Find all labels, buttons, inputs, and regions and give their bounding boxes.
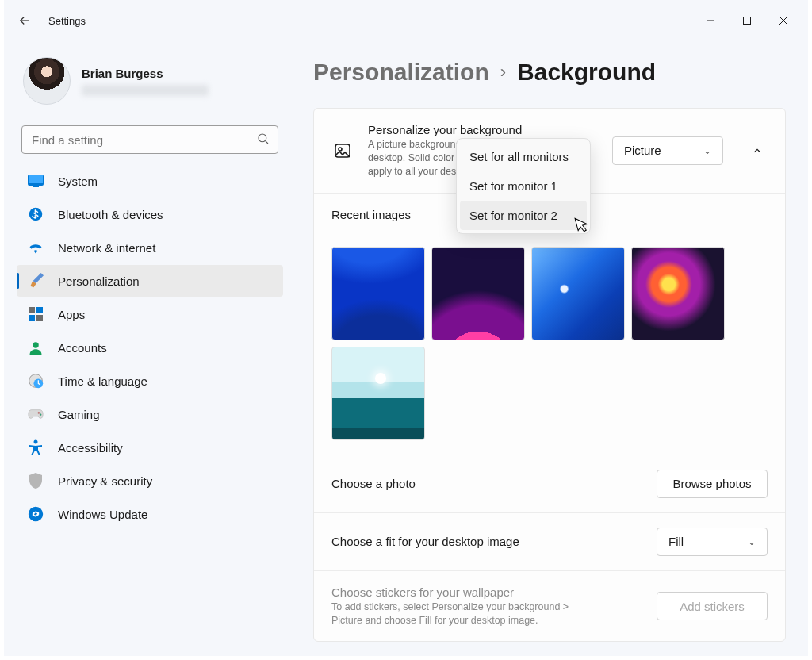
browse-photos-button[interactable]: Browse photos: [657, 470, 768, 498]
recent-image-thumbnail[interactable]: [331, 347, 425, 440]
sidebar-item-label: Windows Update: [58, 508, 147, 521]
display-icon: [28, 173, 44, 189]
chevron-down-icon: ⌄: [703, 145, 711, 156]
back-button[interactable]: [10, 6, 39, 35]
minimize-button[interactable]: [692, 8, 729, 33]
nav-list: System Bluetooth & devices Network & int…: [17, 165, 283, 530]
picture-icon: [331, 140, 354, 162]
maximize-icon: [742, 16, 752, 25]
context-menu-item-all-monitors[interactable]: Set for all monitors: [460, 142, 587, 171]
button-label: Browse photos: [672, 477, 751, 490]
bluetooth-icon: [28, 206, 44, 222]
svg-rect-9: [36, 315, 43, 321]
button-label: Add stickers: [680, 600, 745, 613]
row-stickers: Choose stickers for your wallpaper To ad…: [314, 570, 785, 642]
select-value: Fill: [668, 535, 684, 548]
accessibility-icon: [28, 439, 44, 455]
chevron-down-icon: ⌄: [748, 536, 756, 547]
svg-point-16: [29, 507, 43, 521]
section-title: Recent images: [331, 208, 411, 221]
row-choose-fit: Choose a fit for your desktop image Fill…: [314, 512, 785, 570]
fit-select[interactable]: Fill ⌄: [657, 528, 768, 556]
main-content: Personalization › Background Personalize…: [289, 41, 808, 660]
user-account-row[interactable]: Brian Burgess: [17, 54, 283, 117]
section-title: Choose stickers for your wallpaper: [331, 585, 642, 599]
select-value: Picture: [624, 144, 661, 157]
recent-image-thumbnail[interactable]: [431, 247, 525, 340]
breadcrumb: Personalization › Background: [313, 59, 786, 86]
window-title: Settings: [48, 15, 86, 27]
svg-point-13: [38, 412, 40, 413]
sidebar-item-privacy[interactable]: Privacy & security: [17, 465, 283, 497]
sidebar-item-gaming[interactable]: Gaming: [17, 398, 283, 430]
svg-point-15: [34, 440, 38, 444]
maximize-button[interactable]: [729, 8, 765, 33]
sidebar-item-label: System: [58, 175, 98, 188]
apps-icon: [28, 306, 44, 322]
svg-rect-3: [29, 175, 43, 183]
add-stickers-button: Add stickers: [657, 592, 768, 620]
background-type-select[interactable]: Picture ⌄: [612, 136, 723, 165]
svg-point-10: [33, 342, 39, 348]
collapse-button[interactable]: [747, 140, 768, 161]
minimize-icon: [706, 16, 715, 25]
section-title: Choose a photo: [331, 477, 642, 490]
close-button[interactable]: [765, 8, 802, 33]
context-menu-item-monitor-2[interactable]: Set for monitor 2: [460, 201, 587, 230]
sidebar-item-personalization[interactable]: Personalization: [17, 265, 283, 297]
search-input[interactable]: [21, 125, 278, 154]
sidebar-item-apps[interactable]: Apps: [17, 298, 283, 330]
arrow-left-icon: [17, 13, 32, 28]
sidebar-item-label: Gaming: [58, 408, 100, 421]
svg-rect-0: [744, 17, 751, 25]
title-bar: Settings: [4, 0, 808, 41]
chevron-up-icon: [752, 145, 763, 156]
sidebar-item-label: Bluetooth & devices: [58, 208, 163, 221]
shield-icon: [28, 473, 44, 489]
section-title: Choose a fit for your desktop image: [331, 535, 642, 548]
sidebar-item-accounts[interactable]: Accounts: [17, 332, 283, 363]
sidebar-item-label: Network & internet: [58, 241, 155, 255]
user-name: Brian Burgess: [82, 67, 209, 80]
section-title: Personalize your background: [368, 123, 598, 136]
close-icon: [779, 16, 788, 25]
search-icon: [256, 132, 270, 149]
sidebar-item-label: Accounts: [58, 341, 107, 355]
svg-rect-6: [29, 307, 35, 313]
avatar: [23, 57, 71, 105]
recent-image-thumbnail[interactable]: [531, 247, 625, 340]
sidebar-item-bluetooth[interactable]: Bluetooth & devices: [17, 198, 283, 230]
svg-point-1: [259, 134, 266, 142]
sidebar-item-accessibility[interactable]: Accessibility: [17, 432, 283, 463]
recent-images-grid: [331, 247, 768, 440]
sidebar-item-time[interactable]: Time & language: [17, 365, 283, 397]
clock-globe-icon: [28, 373, 44, 389]
wifi-icon: [28, 240, 44, 255]
gamepad-icon: [28, 406, 44, 422]
svg-rect-4: [33, 186, 39, 187]
sidebar-item-label: Privacy & security: [58, 474, 152, 488]
context-menu-item-monitor-1[interactable]: Set for monitor 1: [460, 171, 587, 201]
section-desc: To add stickers, select Personalize your…: [331, 601, 593, 627]
chevron-right-icon: ›: [500, 62, 506, 82]
sidebar-item-label: Time & language: [58, 374, 147, 388]
svg-rect-7: [36, 307, 43, 313]
svg-rect-8: [29, 315, 35, 321]
sidebar: Brian Burgess System Bluetooth & devices: [4, 41, 289, 660]
sidebar-item-label: Personalization: [58, 274, 140, 288]
recent-image-thumbnail[interactable]: [631, 247, 725, 340]
update-icon: [28, 506, 44, 522]
breadcrumb-parent[interactable]: Personalization: [313, 59, 489, 86]
person-icon: [28, 340, 44, 355]
sidebar-item-network[interactable]: Network & internet: [17, 232, 283, 263]
context-menu: Set for all monitors Set for monitor 1 S…: [456, 138, 591, 234]
page-title: Background: [517, 59, 656, 86]
sidebar-item-update[interactable]: Windows Update: [17, 498, 283, 530]
svg-point-18: [339, 148, 342, 151]
row-choose-photo: Choose a photo Browse photos: [314, 455, 785, 512]
sidebar-item-system[interactable]: System: [17, 165, 283, 197]
recent-image-thumbnail[interactable]: [331, 247, 425, 340]
sidebar-item-label: Apps: [58, 308, 85, 321]
svg-point-14: [40, 414, 41, 416]
user-email-blurred: [82, 85, 209, 96]
